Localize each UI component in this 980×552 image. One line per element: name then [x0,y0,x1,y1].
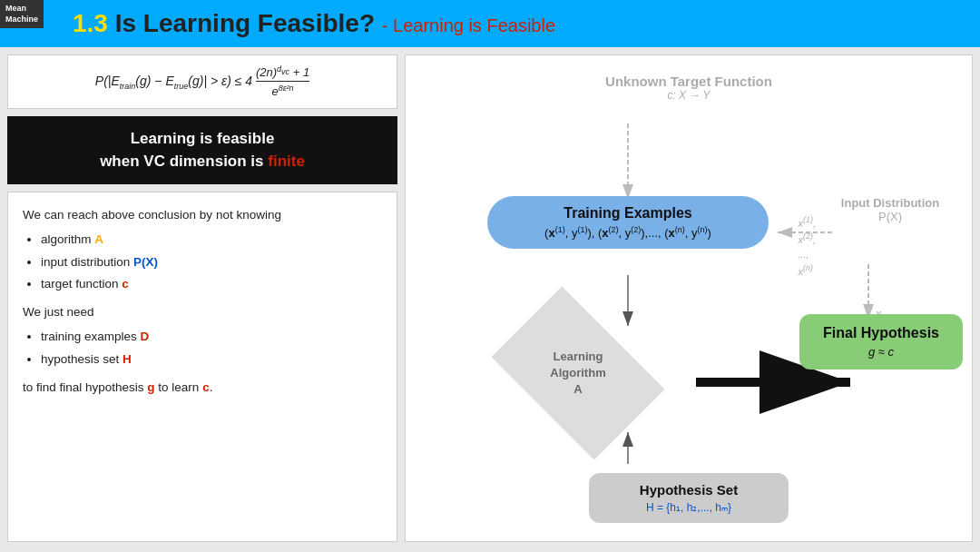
formula-text: P(|Etrain(g) − Etrue(g)| > ε) ≤ 4 (2n)dv… [95,74,309,88]
input-dist-sub: P(X) [878,210,902,223]
input-dist-title: Input Distribution [841,196,939,210]
title-subtitle: - Learning is Feasible [382,15,555,35]
x-labels: x(1), x(2), ..., x(n) [798,214,816,279]
needed-items-list: training examples D hypothesis set H [41,327,382,370]
version-number: 1.3 [73,9,108,37]
we-just-need-text: We just need [23,302,382,323]
page-title: 1.3 Is Learning Feasible? - Learning is … [73,9,555,37]
vc-line2-prefix: when VC dimension is [100,153,268,170]
conclusion-text: to find final hypothesis g to learn c. [23,378,382,399]
input-dist-highlight: P(X) [133,255,158,269]
training-highlight: D [141,330,150,343]
header-bar: Mean Machine 1.3 Is Learning Feasible? -… [0,0,980,47]
list-item-algorithm: algorithm A [41,230,382,251]
main-content: P(|Etrain(g) − Etrue(g)| > ε) ≤ 4 (2n)dv… [0,47,980,549]
learning-label: A [573,382,582,396]
list-item-training: training examples D [41,327,382,348]
conclusion-mid: to learn [155,380,203,394]
conclusion-c: c [202,380,210,394]
hypothesis-title: Hypothesis Set [640,482,738,498]
list-item-hypothesis: hypothesis set H [41,350,382,370]
learning-text: Learning Algorithm A [550,349,605,399]
final-title: Final Hypothesis [823,325,939,341]
vc-feasible-box: Learning is feasible when VC dimension i… [7,116,397,184]
formula-box: P(|Etrain(g) − Etrue(g)| > ε) ≤ 4 (2n)dv… [7,54,397,109]
logo-line2: Machine [5,15,38,24]
learning-algorithm-node: Learning Algorithm A [496,319,660,428]
target-title: Unknown Target Function [605,74,772,89]
training-title: Training Examples [564,205,691,222]
learning-title: Learning [554,350,603,363]
conclusion-prefix: to find final hypothesis [23,380,147,394]
hypothesis-set-node: Hypothesis Set H = {h₁, h₂,..., hₘ} [589,473,789,523]
unknown-target-node: Unknown Target Function c: X → Y [589,74,789,102]
conclusion-g: g [147,380,154,394]
hypothesis-sub: H = {h₁, h₂,..., hₘ} [646,501,731,514]
logo-line1: Mean [5,4,26,13]
list-item-target-fn: target function c [41,274,382,295]
learning-subtitle: Algorithm [550,366,605,380]
list-item-input-dist: input distribution P(X) [41,252,382,273]
conclusion-end: . [210,380,213,394]
vc-finite-highlight: finite [268,153,305,170]
target-sub: c: X → Y [667,89,710,102]
text-content-box: We can reach above conclusion by not kno… [7,192,397,542]
algorithm-highlight: A [94,232,103,246]
hypothesis-highlight: H [122,352,132,366]
diagram-arrows [406,55,972,541]
training-examples-node: Training Examples (x(1), y(1)), (x(2), y… [487,196,769,249]
left-panel: P(|Etrain(g) − Etrue(g)| > ε) ≤ 4 (2n)dv… [7,54,397,542]
target-fn-highlight: c [122,277,129,291]
diagram-panel: Unknown Target Function c: X → Y Trainin… [405,54,973,542]
final-sub: g ≈ c [868,345,894,359]
logo: Mean Machine [0,0,44,28]
input-distribution-node: Input Distribution P(X) [827,196,954,223]
title-main: Is Learning Feasible? [108,9,375,37]
intro-text: We can reach above conclusion by not kno… [23,205,382,226]
vc-line1: Learning is feasible [131,130,275,147]
unknown-items-list: algorithm A input distribution P(X) targ… [41,230,382,296]
final-hypothesis-node: Final Hypothesis g ≈ c [799,314,963,370]
training-formula: (x(1), y(1)), (x(2), y(2)),..., (x(n), y… [544,225,711,240]
